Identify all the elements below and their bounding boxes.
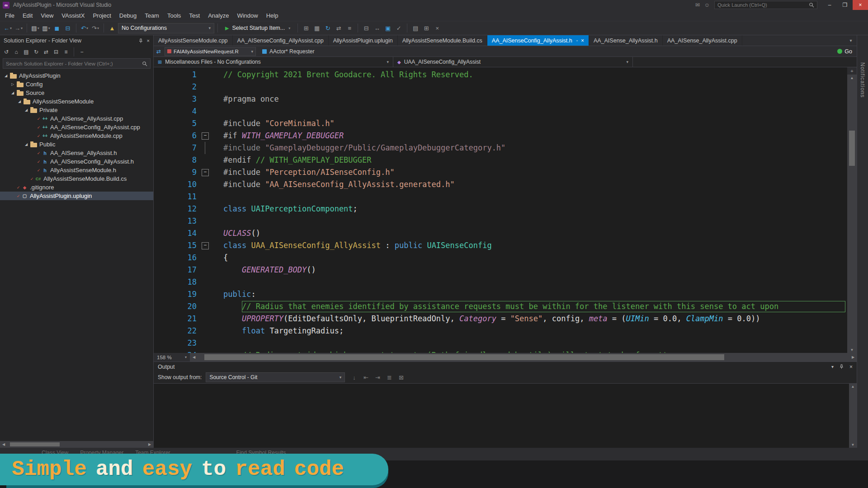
menu-analyze[interactable]: Analyze [204, 11, 233, 20]
back-icon[interactable]: ↺ [2, 47, 11, 56]
menu-project[interactable]: Project [89, 11, 115, 20]
configurations-combo[interactable]: No Configurations▾ [118, 23, 214, 33]
tree-item-AllyAssistSenseModule.Build.cs[interactable]: ✓C#AllyAssistSenseModule.Build.cs [0, 174, 153, 183]
output-source-combo[interactable]: Source Control - Git ▾ [206, 372, 345, 382]
collapse-outlining-icon[interactable]: ⊟ [361, 23, 371, 33]
comment-lines-icon[interactable]: ▤ [410, 23, 420, 33]
menu-vassistx[interactable]: VAssistX [57, 11, 89, 20]
scrollbar-thumb[interactable] [849, 131, 855, 166]
sync-with-active-document-icon[interactable]: ⇄ [42, 47, 51, 56]
close-panel-icon[interactable]: × [147, 38, 150, 43]
solution-search-input[interactable]: Search Solution Explorer - Folder View (… [3, 58, 151, 69]
collapse-arrow-icon[interactable]: ◢ [3, 74, 9, 78]
code-area[interactable]: 1// Copyright 2021 Brent Goodacre. All R… [154, 67, 847, 353]
zoom-control[interactable]: 158 % ▾ [154, 353, 190, 361]
tree-item-AA_AISenseConfig_AllyAssist.h[interactable]: ✓hAA_AISenseConfig_AllyAssist.h [0, 157, 153, 166]
sidebar-horizontal-scrollbar[interactable]: ◀ ▶ [0, 441, 153, 448]
attach-to-process-icon[interactable]: ⊞ [301, 23, 311, 33]
tree-item-AllyAssistPlugin.uplugin[interactable]: ✓▢AllyAssistPlugin.uplugin [0, 192, 153, 200]
tree-item-Source[interactable]: ◢Source [0, 89, 153, 97]
scrollbar-thumb[interactable] [204, 354, 724, 360]
project-context-combo[interactable]: ⊞ Miscellaneous Files - No Configuration… [154, 57, 393, 67]
collapse-arrow-icon[interactable]: ◢ [23, 108, 29, 112]
tab-list-chevron-icon[interactable]: ▾ [845, 35, 857, 46]
menu-edit[interactable]: Edit [19, 11, 37, 20]
tree-item-Config[interactable]: ▷Config [0, 80, 153, 89]
bookmark-icon[interactable]: ▣ [383, 23, 393, 33]
collapse-all-icon[interactable]: ⊟ [52, 47, 61, 56]
home-icon[interactable]: ⌂ [12, 47, 21, 56]
tab-AA_AISenseConfig_AllyAssist.cpp[interactable]: AA_AISenseConfig_AllyAssist.cpp [233, 35, 329, 46]
start-debug-button[interactable]: ▶Select Startup Item...▾ [221, 25, 294, 31]
output-content[interactable]: ▲ ▼ [154, 383, 857, 448]
vassistx-icon[interactable]: ▲ [107, 23, 117, 33]
keep-open-icon[interactable]: ▫ [576, 38, 578, 43]
indent-icon[interactable]: ⊞ [421, 23, 431, 33]
collapse-arrow-icon[interactable]: ◢ [9, 91, 16, 95]
previous-message-icon[interactable]: ⇤ [361, 372, 371, 383]
expand-arrow-icon[interactable]: ▷ [9, 82, 16, 86]
member-combo[interactable]: AActor* Requester [262, 48, 314, 55]
close-button[interactable]: × [853, 0, 868, 10]
tree-item-Public[interactable]: ◢Public [0, 140, 153, 149]
clear-all-icon[interactable]: ⊠ [396, 372, 406, 383]
collapse-arrow-icon[interactable]: ◢ [16, 99, 23, 103]
syntax-check-icon[interactable]: ✓ [394, 23, 404, 33]
tree-item-AllyAssistSenseModule.h[interactable]: ✓hAllyAssistSenseModule.h [0, 166, 153, 174]
type-combo[interactable]: ◆ UAA_AISenseConfig_AllyAssist ▾ [393, 57, 633, 67]
menu-view[interactable]: View [37, 11, 57, 20]
scroll-left-arrow-icon[interactable]: ◀ [190, 355, 198, 359]
close-panel-icon[interactable]: × [849, 364, 853, 370]
tab-AllyAssistSenseModule.cpp[interactable]: AllyAssistSenseModule.cpp [154, 35, 233, 46]
open-file-icon[interactable]: ▥▾ [41, 23, 51, 33]
minimize-button[interactable]: – [822, 0, 837, 10]
scroll-right-arrow-icon[interactable]: ▶ [849, 355, 857, 359]
menu-help[interactable]: Help [262, 11, 283, 20]
tree-item-AllyAssistSenseModule[interactable]: ◢AllyAssistSenseModule [0, 97, 153, 106]
notifications-tab[interactable]: Notifications [859, 62, 866, 98]
tab-AA_AISense_AllyAssist.h[interactable]: AA_AISense_AllyAssist.h [589, 35, 663, 46]
collapse-arrow-icon[interactable]: ◢ [23, 142, 29, 146]
navigate-backward-icon[interactable]: ←▾ [3, 23, 13, 33]
show-all-files-icon[interactable]: ≡ [61, 47, 71, 56]
clear-icon[interactable]: × [432, 23, 442, 33]
tree-item-Private[interactable]: ◢Private [0, 106, 153, 114]
menu-team[interactable]: Team [141, 11, 163, 20]
tree-item-AA_AISenseConfig_AllyAssist.cpp[interactable]: ✓++AA_AISenseConfig_AllyAssist.cpp [0, 123, 153, 131]
switch-views-icon[interactable]: ▤ [22, 47, 31, 56]
undo-icon[interactable]: ↶▾ [80, 23, 90, 33]
menu-tools[interactable]: Tools [163, 11, 185, 20]
pin-icon[interactable] [839, 364, 844, 369]
fold-toggle-icon[interactable]: − [202, 132, 209, 140]
save-icon[interactable]: ◼ [52, 23, 62, 33]
editor-vertical-scrollbar[interactable]: + ▲ ▼ [847, 67, 857, 353]
tab-AA_AISense_AllyAssist.cpp[interactable]: AA_AISense_AllyAssist.cpp [663, 35, 742, 46]
context-definition-combo[interactable]: FAIAllyAssistNewRequest.R ▾ [165, 47, 256, 56]
tree-item-AllyAssistPlugin[interactable]: ◢AllyAssistPlugin [0, 71, 153, 80]
fold-toggle-icon[interactable]: − [202, 242, 209, 249]
scrollbar-thumb[interactable] [10, 442, 60, 446]
list-members-icon[interactable]: ≡ [344, 23, 354, 33]
tab-AA_AISenseConfig_AllyAssist.h[interactable]: AA_AISenseConfig_AllyAssist.h▫× [487, 35, 589, 46]
next-message-icon[interactable]: ⇥ [373, 372, 382, 383]
maximize-button[interactable]: ❐ [837, 0, 853, 10]
menu-window[interactable]: Window [233, 11, 262, 20]
window-position-chevron-icon[interactable]: ▾ [831, 364, 834, 369]
scroll-down-arrow-icon[interactable]: ▼ [850, 347, 854, 353]
navigate-forward-icon[interactable]: →▾ [14, 23, 24, 33]
split-window-icon[interactable]: + [847, 67, 857, 75]
scroll-left-arrow-icon[interactable]: ◀ [0, 442, 7, 446]
tree-item-AllyAssistSenseModule.cpp[interactable]: ✓++AllyAssistSenseModule.cpp [0, 131, 153, 140]
va-navigate-icon[interactable]: ⇄ [156, 48, 161, 55]
tree-item-AA_AISense_AllyAssist.cpp[interactable]: ✓++AA_AISense_AllyAssist.cpp [0, 114, 153, 123]
new-file-icon[interactable]: ▤▾ [30, 23, 40, 33]
pin-icon[interactable] [138, 38, 143, 43]
refresh-icon[interactable]: ↻ [32, 47, 41, 56]
scroll-right-arrow-icon[interactable]: ▶ [146, 442, 153, 446]
scroll-up-arrow-icon[interactable]: ▲ [851, 385, 855, 389]
save-all-icon[interactable]: ⊟ [63, 23, 73, 33]
tree-item-.gitignore[interactable]: ✓◆.gitignore [0, 183, 153, 192]
scrollbar-track[interactable] [198, 353, 849, 361]
redo-icon[interactable]: ↷▾ [90, 23, 100, 33]
scrollbar-track[interactable] [7, 441, 146, 448]
